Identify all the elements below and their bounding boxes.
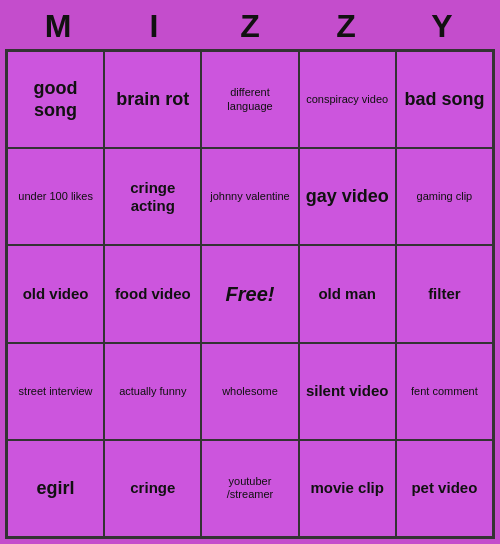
bingo-cell: Free! <box>201 245 298 342</box>
bingo-cell: fent comment <box>396 343 493 440</box>
header-letter: M <box>18 8 98 45</box>
bingo-cell: movie clip <box>299 440 396 537</box>
bingo-cell: gay video <box>299 148 396 245</box>
bingo-cell: pet video <box>396 440 493 537</box>
bingo-grid: good songbrain rotdifferent languagecons… <box>5 49 495 539</box>
bingo-cell: wholesome <box>201 343 298 440</box>
header-letter: Z <box>306 8 386 45</box>
header-letter: I <box>114 8 194 45</box>
bingo-cell: bad song <box>396 51 493 148</box>
header-letter: Y <box>402 8 482 45</box>
bingo-cell: good song <box>7 51 104 148</box>
bingo-cell: different language <box>201 51 298 148</box>
bingo-cell: actually funny <box>104 343 201 440</box>
bingo-cell: cringe acting <box>104 148 201 245</box>
bingo-cell: under 100 likes <box>7 148 104 245</box>
bingo-cell: conspiracy video <box>299 51 396 148</box>
bingo-cell: cringe <box>104 440 201 537</box>
bingo-cell: filter <box>396 245 493 342</box>
bingo-cell: gaming clip <box>396 148 493 245</box>
bingo-cell: food video <box>104 245 201 342</box>
bingo-cell: brain rot <box>104 51 201 148</box>
bingo-cell: egirl <box>7 440 104 537</box>
bingo-cell: street interview <box>7 343 104 440</box>
bingo-cell: old man <box>299 245 396 342</box>
bingo-header: MIZZY <box>0 0 500 49</box>
header-letter: Z <box>210 8 290 45</box>
bingo-cell: old video <box>7 245 104 342</box>
bingo-cell: silent video <box>299 343 396 440</box>
bingo-cell: johnny valentine <box>201 148 298 245</box>
bingo-cell: youtuber /streamer <box>201 440 298 537</box>
